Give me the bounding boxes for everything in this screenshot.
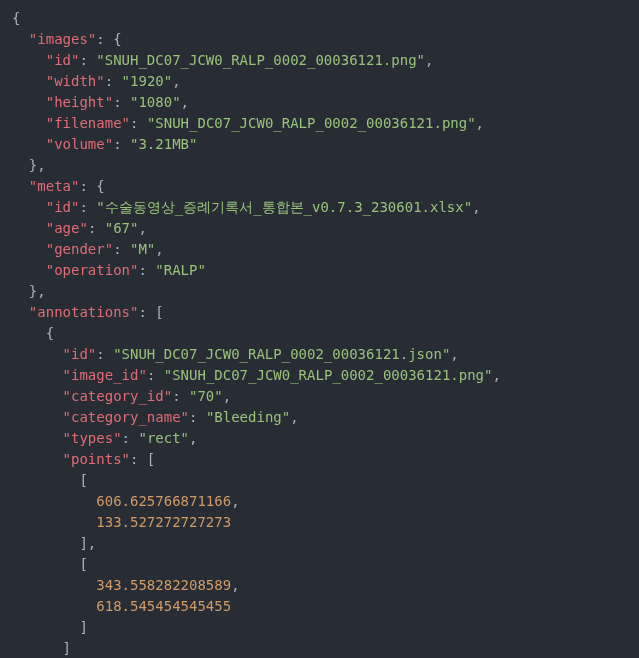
code-line: 133.527272727273 <box>12 512 627 533</box>
token-punct: : <box>122 430 139 446</box>
token-punct: , <box>231 493 239 509</box>
token-key: "filename" <box>46 115 130 131</box>
code-line: "types": "rect", <box>12 428 627 449</box>
code-line: "filename": "SNUH_DC07_JCW0_RALP_0002_00… <box>12 113 627 134</box>
token-punct: , <box>472 199 480 215</box>
token-punct: : [ <box>130 451 155 467</box>
code-line: }, <box>12 155 627 176</box>
code-line: { <box>12 8 627 29</box>
token-punct <box>12 346 63 362</box>
token-punct: : [ <box>138 304 163 320</box>
code-line: "volume": "3.21MB" <box>12 134 627 155</box>
token-punct: , <box>450 346 458 362</box>
token-str: "M" <box>130 241 155 257</box>
code-line: "points": [ <box>12 449 627 470</box>
token-punct: : <box>113 136 130 152</box>
code-line: ], <box>12 533 627 554</box>
token-punct: : <box>88 220 105 236</box>
token-punct <box>12 577 96 593</box>
code-line: "age": "67", <box>12 218 627 239</box>
token-punct: : <box>105 73 122 89</box>
token-punct: ] <box>12 640 71 656</box>
token-str: "1080" <box>130 94 181 110</box>
code-line: [ <box>12 470 627 491</box>
token-punct <box>12 52 46 68</box>
token-punct: : <box>138 262 155 278</box>
code-line: "annotations": [ <box>12 302 627 323</box>
token-punct <box>12 73 46 89</box>
code-line: "category_name": "Bleeding", <box>12 407 627 428</box>
token-key: "id" <box>46 199 80 215</box>
token-str: "RALP" <box>155 262 206 278</box>
code-line: "gender": "M", <box>12 239 627 260</box>
token-punct: : <box>79 199 96 215</box>
token-str: "1920" <box>122 73 173 89</box>
token-punct: , <box>155 241 163 257</box>
code-line: "id": "수술동영상_증례기록서_통합본_v0.7.3_230601.xls… <box>12 197 627 218</box>
code-line: { <box>12 323 627 344</box>
token-key: "operation" <box>46 262 139 278</box>
token-punct <box>12 409 63 425</box>
token-punct: }, <box>12 283 46 299</box>
token-str: "Bleeding" <box>206 409 290 425</box>
code-line: ] <box>12 638 627 658</box>
token-key: "height" <box>46 94 113 110</box>
token-str: "3.21MB" <box>130 136 197 152</box>
code-line: "meta": { <box>12 176 627 197</box>
code-line: [ <box>12 554 627 575</box>
token-key: "image_id" <box>63 367 147 383</box>
code-line: "category_id": "70", <box>12 386 627 407</box>
token-num: 133.527272727273 <box>96 514 231 530</box>
token-punct: : <box>172 388 189 404</box>
token-punct <box>12 94 46 110</box>
token-str: "SNUH_DC07_JCW0_RALP_0002_00036121.png" <box>96 52 425 68</box>
token-punct <box>12 178 29 194</box>
token-punct <box>12 367 63 383</box>
token-key: "id" <box>63 346 97 362</box>
token-punct <box>12 262 46 278</box>
token-punct: : { <box>79 178 104 194</box>
token-punct: : <box>96 346 113 362</box>
token-key: "category_id" <box>63 388 173 404</box>
token-punct <box>12 493 96 509</box>
token-punct: , <box>492 367 500 383</box>
code-line: "images": { <box>12 29 627 50</box>
token-key: "width" <box>46 73 105 89</box>
token-key: "annotations" <box>29 304 139 320</box>
token-punct: : { <box>96 31 121 47</box>
token-str: "수술동영상_증례기록서_통합본_v0.7.3_230601.xlsx" <box>96 199 472 215</box>
token-key: "id" <box>46 52 80 68</box>
token-key: "gender" <box>46 241 113 257</box>
token-num: 606.625766871166 <box>96 493 231 509</box>
code-line: ] <box>12 617 627 638</box>
code-line: 343.558282208589, <box>12 575 627 596</box>
token-punct <box>12 430 63 446</box>
token-punct: , <box>223 388 231 404</box>
token-punct <box>12 115 46 131</box>
token-key: "images" <box>29 31 96 47</box>
token-punct: [ <box>12 472 88 488</box>
token-punct: : <box>147 367 164 383</box>
code-line: "width": "1920", <box>12 71 627 92</box>
token-num: 618.545454545455 <box>96 598 231 614</box>
code-line: 606.625766871166, <box>12 491 627 512</box>
code-line: "id": "SNUH_DC07_JCW0_RALP_0002_00036121… <box>12 344 627 365</box>
token-punct: : <box>113 94 130 110</box>
token-key: "types" <box>63 430 122 446</box>
token-punct: , <box>138 220 146 236</box>
code-line: 618.545454545455 <box>12 596 627 617</box>
token-punct: ], <box>12 535 96 551</box>
token-punct: [ <box>12 556 88 572</box>
token-punct <box>12 388 63 404</box>
token-punct <box>12 136 46 152</box>
token-punct: , <box>189 430 197 446</box>
token-str: "67" <box>105 220 139 236</box>
token-punct <box>12 241 46 257</box>
token-str: "SNUH_DC07_JCW0_RALP_0002_00036121.json" <box>113 346 450 362</box>
token-punct: , <box>476 115 484 131</box>
token-punct: , <box>231 577 239 593</box>
token-punct <box>12 199 46 215</box>
token-punct: , <box>425 52 433 68</box>
token-punct <box>12 220 46 236</box>
token-punct: : <box>189 409 206 425</box>
